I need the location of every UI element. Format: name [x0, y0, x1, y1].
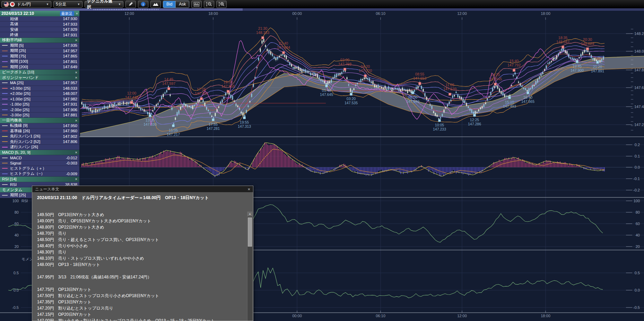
time-axis-label: 18:00: [541, 11, 550, 16]
close-icon[interactable]: ×: [75, 118, 77, 123]
close-icon[interactable]: ×: [75, 75, 77, 80]
indicator-row: 始値147.930: [0, 16, 79, 21]
zoom-out-button[interactable]: [204, 1, 214, 8]
fx-chart-app: 12:0018:0000:0006:1012:0018:0000:0006:10…: [0, 0, 644, 321]
price-axis-label: 147.2: [634, 123, 644, 127]
news-headline: 2024/03/13 21:11:00 ドル円リアルタイムオーダー＝148.00…: [37, 195, 243, 201]
peak-marker-icon: [364, 74, 367, 77]
news-line: 147.95円 3/13 21:06現在（高値148.05円 - 安値147.2…: [37, 274, 243, 280]
line-swatch: [2, 82, 8, 83]
indicator-value: 147.902: [63, 134, 77, 139]
indicator-row: +3.00σ [25]148.033: [0, 86, 79, 91]
line-swatch: [2, 136, 8, 137]
line-swatch: [2, 163, 8, 163]
line-swatch: [2, 115, 8, 115]
news-line: 147.20円 割り込むとストップロス売り: [37, 305, 243, 311]
bottom-marker-icon: [438, 119, 441, 122]
news-line: 147.15円 OP20日NYカット: [37, 311, 243, 318]
indicator-label: +3.00σ [25]: [10, 86, 31, 90]
technical-select-button[interactable]: テクニカル選択 ▼: [85, 1, 123, 8]
indicator-value: 147.960: [63, 129, 77, 133]
timeframe-select[interactable]: 5分足 ▼: [53, 1, 82, 8]
indicator-row: 期間 [25]147.957: [0, 48, 79, 54]
indicator-value: -0.003: [66, 161, 77, 165]
news-line: 148.70円 売り: [37, 230, 243, 237]
price-axis-label: 148.2: [634, 32, 644, 36]
line-swatch: [2, 158, 8, 158]
indicator-label: 期間 [100]: [10, 59, 28, 64]
rsi-axis-label: 20: [8, 244, 19, 249]
news-line: 149.00円 売り、OP15日NYカット大きめ/OP18日NYカット: [37, 218, 243, 224]
bottom-annotation: 15:05147.217: [159, 128, 187, 136]
currency-pair-select[interactable]: ドル/円 ▼: [1, 1, 51, 8]
news-titlebar[interactable]: ニュース本文 ×: [32, 186, 253, 192]
scroll-up-icon[interactable]: ▲: [247, 212, 252, 216]
bottom-marker-icon: [149, 114, 151, 117]
indicator-value: 147.957: [63, 81, 77, 85]
scrollbar-thumb[interactable]: [10, 8, 243, 11]
close-icon[interactable]: ×: [75, 177, 77, 181]
indicator-panel-header: 2024/03/13 22:10 最新足 ×: [0, 10, 79, 16]
indicator-row: +2.00σ [25]148.007: [0, 91, 79, 96]
close-icon[interactable]: ×: [75, 38, 77, 42]
news-line: 148.10円 売り・ストップロス買い いずれもやや小さめ: [37, 255, 243, 261]
momentum-axis-label: 0.5: [625, 271, 640, 275]
indicator-value: 147.935: [63, 43, 77, 47]
peak-marker-icon: [449, 93, 451, 96]
line-swatch: [2, 184, 8, 185]
indicator-value: 147.929: [63, 27, 77, 32]
rsi-axis-label: 60: [625, 222, 640, 226]
bottom-marker-icon: [172, 124, 175, 127]
section-label: ピークボトム [10]: [2, 70, 34, 75]
line-swatch: [2, 88, 8, 89]
close-icon[interactable]: ×: [76, 11, 78, 16]
bottom-marker-icon: [508, 96, 511, 99]
bottom-annotation: 13:25147.330: [136, 118, 164, 126]
peak-annotation: 14:45147.597: [155, 77, 183, 86]
indicator-value: 147.649: [63, 65, 77, 69]
close-icon[interactable]: ×: [75, 150, 77, 154]
zoom-in-icon: [218, 2, 225, 7]
section-label: ボリンジャーバンド: [2, 75, 39, 80]
news-line: 148.50円 売り・超えるとストップロス買い、OP13日NYカット: [37, 237, 243, 243]
indicator-row: +1.00σ [25]147.982: [0, 97, 79, 102]
draw-button[interactable]: [125, 1, 136, 8]
news-line: 148.40円 売りやや小さめ: [37, 243, 243, 249]
area-chart-button[interactable]: [150, 1, 161, 8]
peak-annotation: 08:55147.653: [406, 72, 434, 80]
line-swatch: [2, 125, 8, 126]
ask-button[interactable]: Ask: [175, 1, 189, 8]
close-icon[interactable]: ×: [247, 187, 250, 192]
line-swatch: [2, 173, 8, 174]
bottom-annotation: 16:40147.565: [514, 95, 542, 104]
zoom-in-button[interactable]: [216, 1, 227, 8]
news-scrollbar[interactable]: ▲: [247, 212, 252, 321]
bottom-annotation: 17:55147.281: [199, 122, 227, 131]
us-flag-icon: [4, 2, 9, 7]
indicator-row: 期間 [5]147.935: [0, 43, 79, 48]
indicator-section-header: ボリンジャーバンド×: [0, 75, 79, 80]
news-line: 149.50円 OP13日NYカット大きめ: [37, 212, 243, 218]
indicator-label: +1.00σ [25]: [10, 97, 31, 101]
peak-marker-icon: [513, 69, 515, 72]
peak-marker-icon: [200, 97, 203, 100]
indicator-row: -1.00σ [25]147.931: [0, 102, 79, 107]
line-swatch: [2, 141, 8, 142]
candle-display-button[interactable]: [191, 1, 202, 8]
peak-annotation: 12:00147.438: [118, 91, 146, 99]
bid-button[interactable]: Bid: [163, 1, 175, 8]
info-button[interactable]: i: [138, 1, 148, 8]
momentum-axis-label: 0.0: [625, 288, 640, 292]
bottom-marker-icon: [596, 61, 599, 64]
bottom-marker-icon: [243, 116, 246, 119]
news-scrollbar-thumb[interactable]: [248, 217, 252, 247]
indicator-value: 147.931: [63, 102, 77, 106]
indicator-row: ヒストグラム（−）-0.009: [0, 171, 79, 177]
line-swatch: [2, 104, 8, 105]
indicator-value: 148.007: [63, 91, 77, 96]
bottom-annotation: 19:55147.313: [230, 120, 258, 128]
indicator-value: 147.933: [63, 22, 77, 26]
indicator-label: MACD: [10, 156, 22, 160]
peak-marker-icon: [343, 68, 346, 71]
close-icon[interactable]: ×: [75, 70, 77, 74]
